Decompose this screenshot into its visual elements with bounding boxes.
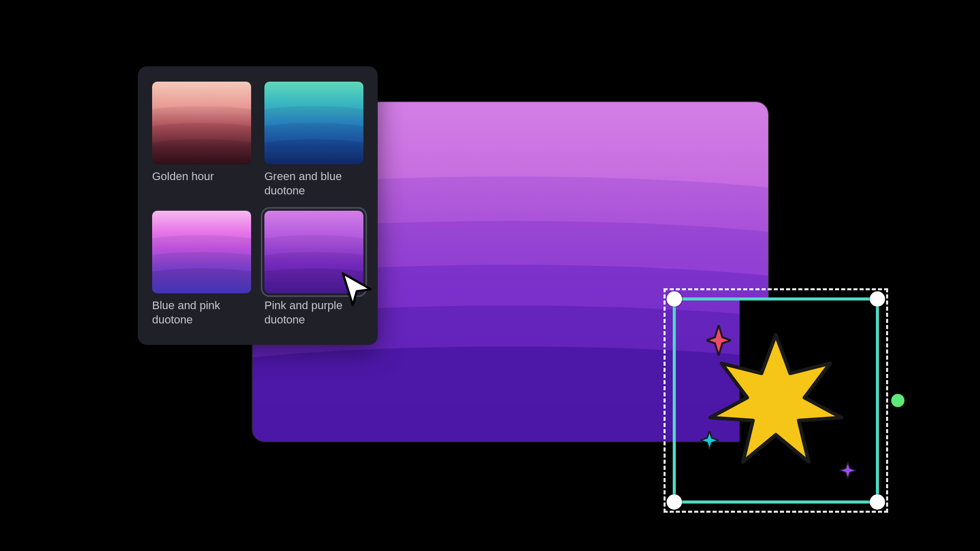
resize-handle-tl[interactable] [667, 291, 682, 307]
filter-panel: Golden hour Green and blue duotone Blue … [138, 66, 378, 345]
resize-handle-tr[interactable] [870, 291, 885, 307]
filter-label: Blue and pink duotone [152, 298, 251, 328]
filter-item-blue-pink-duotone[interactable]: Blue and pink duotone [152, 211, 251, 328]
filter-thumb-green-blue [264, 82, 363, 164]
filter-item-golden-hour[interactable]: Golden hour [152, 82, 251, 198]
filter-thumb-golden-hour [152, 82, 251, 164]
filter-item-green-blue-duotone[interactable]: Green and blue duotone [264, 82, 363, 198]
selected-object[interactable] [664, 288, 888, 513]
sparkle-cyan-icon [700, 431, 719, 449]
rotation-handle[interactable] [891, 394, 904, 407]
resize-handle-bl[interactable] [667, 494, 682, 510]
filter-thumb-pink-purple [264, 211, 363, 293]
sparkle-purple-icon [839, 462, 856, 479]
resize-handle-br[interactable] [870, 494, 885, 510]
filter-label: Green and blue duotone [264, 169, 363, 198]
filter-label: Pink and purple duotone [264, 298, 363, 328]
filter-label: Golden hour [152, 169, 251, 184]
sparkle-pink-icon [706, 325, 731, 356]
star-graphic[interactable] [676, 300, 876, 500]
filter-item-pink-purple-duotone[interactable]: Pink and purple duotone [264, 211, 363, 328]
filter-thumb-blue-pink [152, 211, 251, 293]
